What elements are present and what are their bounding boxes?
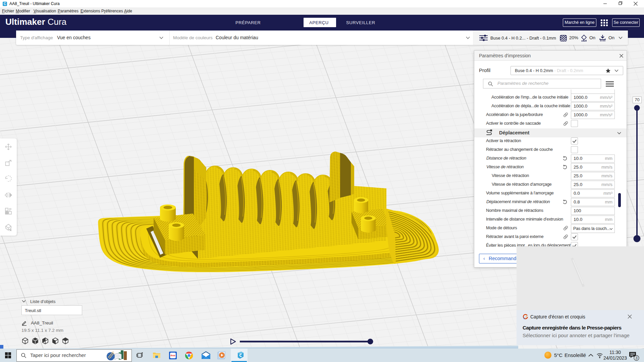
svg-text:3: 3 <box>635 356 637 360</box>
